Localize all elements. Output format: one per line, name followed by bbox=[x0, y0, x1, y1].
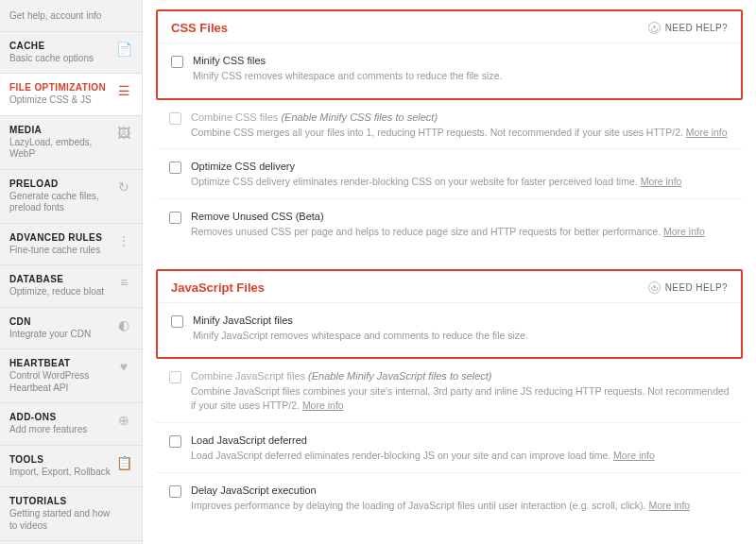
checkbox[interactable] bbox=[171, 56, 183, 68]
sidebar-sub: LazyLoad, embeds, WebP bbox=[9, 137, 112, 161]
more-info-link[interactable]: More info bbox=[648, 500, 690, 511]
sidebar-sub: Basic cache options bbox=[9, 53, 112, 65]
sidebar-icon: ⋮ bbox=[115, 233, 132, 248]
sidebar-title: HEARTBEAT bbox=[9, 358, 112, 368]
need-help-button[interactable]: NEED HELP? bbox=[648, 281, 728, 294]
option-row: Optimize CSS deliveryOptimize CSS delive… bbox=[156, 148, 743, 193]
sidebar-sub: Generate cache files, preload fonts bbox=[9, 191, 112, 214]
help-icon bbox=[648, 281, 661, 294]
checkbox[interactable] bbox=[169, 485, 181, 498]
more-info-link[interactable]: More info bbox=[686, 127, 728, 138]
sidebar-icon: ↻ bbox=[115, 179, 132, 195]
sidebar-item-add-ons[interactable]: ADD-ONSAdd more features⊕ bbox=[0, 403, 142, 446]
option-row: Remove Unused CSS (Beta)Removes unused C… bbox=[156, 198, 743, 243]
sidebar-sub: Optimize CSS & JS bbox=[9, 94, 112, 107]
option-row: Load JavaScript deferredLoad JavaScript … bbox=[156, 422, 743, 467]
option-desc: Minify CSS removes whitespace and commen… bbox=[193, 69, 728, 83]
sidebar-item-media[interactable]: MEDIALazyLoad, embeds, WebP🖼 bbox=[0, 116, 142, 170]
option-row: Combine JavaScript files (Enable Minify … bbox=[156, 359, 743, 416]
sidebar-sub: Getting started and how to videos bbox=[9, 508, 112, 532]
option-row: Delay JavaScript executionImproves perfo… bbox=[156, 472, 743, 517]
sidebar-item-file-optimization[interactable]: FILE OPTIMIZATIONOptimize CSS & JS☰ bbox=[0, 74, 142, 116]
sidebar-title: FILE OPTIMIZATION bbox=[9, 82, 112, 93]
js-title: JavaScript Files bbox=[171, 280, 265, 295]
main-content: CSS Files NEED HELP? Minify CSS filesMin… bbox=[143, 0, 756, 544]
sidebar-sub: Integrate your CDN bbox=[9, 329, 112, 341]
sidebar-icon: 📄 bbox=[115, 42, 132, 57]
sidebar-icon: 📋 bbox=[115, 455, 132, 470]
sidebar-icon: ⊕ bbox=[115, 413, 132, 428]
sidebar-title: MEDIA bbox=[9, 125, 112, 135]
sidebar-item-advanced-rules[interactable]: ADVANCED RULESFine-tune cache rules⋮ bbox=[0, 224, 142, 266]
option-row: Minify JavaScript filesMinify JavaScript… bbox=[158, 303, 741, 347]
option-title: Minify JavaScript files bbox=[193, 314, 728, 326]
sidebar: Get help, account infoCACHEBasic cache o… bbox=[0, 0, 143, 544]
checkbox[interactable] bbox=[169, 212, 181, 224]
checkbox[interactable] bbox=[171, 315, 183, 328]
sidebar-title: TOOLS bbox=[9, 454, 112, 465]
sidebar-item-heartbeat[interactable]: HEARTBEATControl WordPress Heartbeat API… bbox=[0, 349, 142, 403]
option-row: Minify CSS filesMinify CSS removes white… bbox=[158, 43, 741, 87]
option-row: Combine CSS files (Enable Minify CSS fil… bbox=[156, 100, 743, 144]
option-title: Delay JavaScript execution bbox=[191, 484, 730, 496]
css-title: CSS Files bbox=[171, 21, 228, 35]
option-title: Minify CSS files bbox=[193, 55, 728, 66]
sidebar-item-top[interactable]: Get help, account info bbox=[0, 0, 142, 32]
option-desc: Combine JavaScript files combines your s… bbox=[191, 384, 730, 412]
sidebar-title: TUTORIALS bbox=[9, 496, 112, 506]
option-desc: Combine CSS merges all your files into 1… bbox=[191, 126, 730, 140]
css-section: CSS Files NEED HELP? Minify CSS filesMin… bbox=[156, 9, 743, 100]
sidebar-title: ADD-ONS bbox=[9, 412, 112, 422]
sidebar-item-cache[interactable]: CACHEBasic cache options📄 bbox=[0, 32, 142, 75]
checkbox bbox=[169, 371, 181, 383]
sidebar-item-cdn[interactable]: CDNIntegrate your CDN◐ bbox=[0, 308, 142, 350]
option-desc: Optimize CSS delivery eliminates render-… bbox=[191, 175, 730, 189]
js-section: JavaScript Files NEED HELP? Minify JavaS… bbox=[156, 269, 743, 360]
sidebar-icon: ♥ bbox=[115, 359, 132, 374]
sidebar-title: PRELOAD bbox=[9, 178, 112, 189]
sidebar-sub: Fine-tune cache rules bbox=[9, 245, 112, 257]
sidebar-sub: Import, Export, Rollback bbox=[9, 467, 112, 479]
sidebar-title: DATABASE bbox=[9, 274, 112, 284]
checkbox bbox=[169, 112, 181, 125]
option-desc: Load JavaScript deferred eliminates rend… bbox=[191, 449, 730, 463]
option-desc: Improves performance by delaying the loa… bbox=[191, 499, 730, 513]
option-title: Load JavaScript deferred bbox=[191, 434, 730, 446]
option-desc: Minify JavaScript removes whitespace and… bbox=[193, 329, 728, 343]
sidebar-sub: Control WordPress Heartbeat API bbox=[9, 370, 112, 394]
sidebar-title: CDN bbox=[9, 316, 112, 327]
sidebar-title: CACHE bbox=[9, 41, 112, 51]
option-title: Combine JavaScript files (Enable Minify … bbox=[191, 370, 730, 382]
sidebar-sub: Optimize, reduce bloat bbox=[9, 286, 112, 298]
sidebar-item-preload[interactable]: PRELOADGenerate cache files, preload fon… bbox=[0, 170, 142, 224]
option-title: Optimize CSS delivery bbox=[191, 161, 730, 172]
sidebar-icon: ◐ bbox=[115, 317, 132, 332]
sidebar-sub: Get help, account info bbox=[9, 10, 112, 23]
sidebar-sub: Add more features bbox=[9, 424, 112, 436]
option-desc: Removes unused CSS per page and helps to… bbox=[191, 225, 730, 239]
help-icon bbox=[648, 22, 661, 34]
checkbox[interactable] bbox=[169, 162, 181, 174]
checkbox[interactable] bbox=[169, 435, 181, 448]
sidebar-icon: ☰ bbox=[115, 83, 132, 98]
more-info-link[interactable]: More info bbox=[613, 450, 655, 461]
need-help-button[interactable]: NEED HELP? bbox=[648, 22, 728, 34]
option-title: Remove Unused CSS (Beta) bbox=[191, 211, 730, 222]
option-title: Combine CSS files (Enable Minify CSS fil… bbox=[191, 111, 730, 123]
sidebar-item-tutorials[interactable]: TUTORIALSGetting started and how to vide… bbox=[0, 487, 142, 541]
sidebar-icon: 🖼 bbox=[115, 126, 132, 141]
more-info-link[interactable]: More info bbox=[641, 176, 682, 187]
more-info-link[interactable]: More info bbox=[302, 400, 344, 411]
sidebar-title: ADVANCED RULES bbox=[9, 232, 112, 243]
sidebar-icon: ≡ bbox=[115, 275, 132, 290]
sidebar-item-database[interactable]: DATABASEOptimize, reduce bloat≡ bbox=[0, 265, 142, 308]
more-info-link[interactable]: More info bbox=[663, 226, 705, 237]
sidebar-item-tools[interactable]: TOOLSImport, Export, Rollback📋 bbox=[0, 446, 142, 488]
